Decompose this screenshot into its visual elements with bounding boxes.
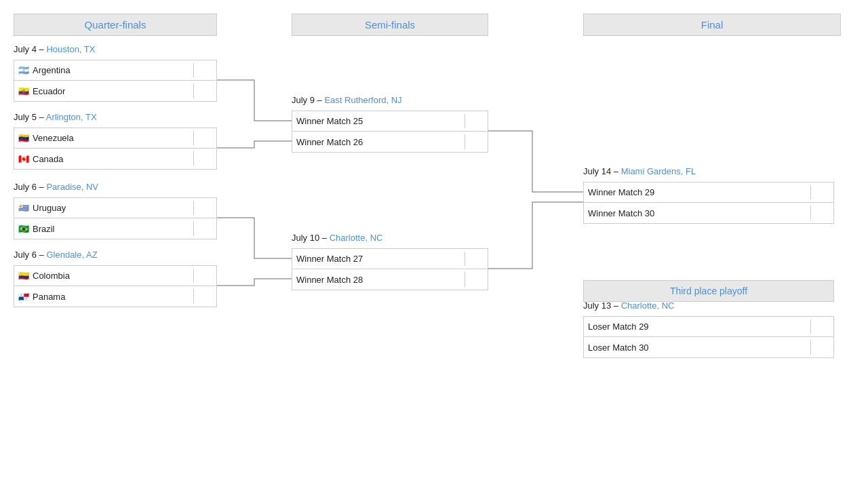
final-team-1: Winner Match 29 (584, 182, 833, 203)
final-date: July 14 – Miami Gardens, FL (583, 166, 696, 176)
canada-flag: 🇨🇦 (18, 154, 29, 164)
third-place-score-1 (810, 319, 829, 334)
colombia-score (193, 269, 212, 283)
final-box: Winner Match 29 Winner Match 30 (583, 182, 834, 224)
panama-flag: 🇵🇦 (18, 292, 29, 302)
connector-sf2-final (488, 202, 583, 269)
argentina-score (193, 63, 212, 77)
sf-match-1-score-1 (465, 114, 484, 128)
connector-qf3-sf2 (217, 218, 292, 258)
brazil-name: Brazil (33, 224, 191, 234)
venezuela-name: Venezuela (33, 133, 191, 143)
qf-match-2-date: July 5 – Arlington, TX (14, 112, 97, 122)
third-place-team-1: Loser Match 29 (584, 317, 833, 337)
brazil-flag: 🇧🇷 (18, 224, 29, 234)
sf-match-1-date: July 9 – East Rutherford, NJ (292, 95, 402, 105)
argentina-flag: 🇦🇷 (18, 65, 29, 75)
third-place-team-1-name: Loser Match 29 (588, 322, 808, 332)
qf-match-3-team-1: 🇺🇾 Uruguay (14, 198, 216, 218)
third-place-score-2 (810, 340, 829, 355)
qf-match-2-team-2: 🇨🇦 Canada (14, 149, 216, 169)
sf-match-2-date: July 10 – Charlotte, NC (292, 233, 382, 243)
sf-match-1-team-2-name: Winner Match 26 (296, 137, 462, 147)
qf-header: Quarter-finals (14, 14, 217, 36)
venezuela-flag: 🇻🇪 (18, 133, 29, 143)
final-score-1 (810, 185, 829, 199)
ecuador-name: Ecuador (33, 86, 191, 96)
qf-match-1-date: July 4 – Houston, TX (14, 44, 95, 54)
qf-match-3-date: July 6 – Paradise, NV (14, 182, 98, 192)
qf-match-2-box: 🇻🇪 Venezuela 🇨🇦 Canada (14, 128, 217, 170)
qf-match-4-team-2: 🇵🇦 Panama (14, 286, 216, 307)
sf-match-2-team-2: Winner Match 28 (292, 269, 488, 290)
qf-match-3-box: 🇺🇾 Uruguay 🇧🇷 Brazil (14, 197, 217, 239)
sf-match-2-team-1-name: Winner Match 27 (296, 254, 462, 264)
panama-score (193, 289, 212, 304)
venezuela-score (193, 131, 212, 145)
canada-name: Canada (33, 154, 191, 164)
argentina-name: Argentina (33, 65, 191, 75)
sf-match-2-team-2-name: Winner Match 28 (296, 275, 462, 285)
sf-match-2-box: Winner Match 27 Winner Match 28 (292, 248, 488, 290)
sf-match-1-team-1-name: Winner Match 25 (296, 116, 462, 126)
third-place-box: Loser Match 29 Loser Match 30 (583, 316, 834, 358)
third-place-header: Third place playoff (583, 280, 834, 302)
uruguay-name: Uruguay (33, 203, 191, 213)
qf-match-4-box: 🇨🇴 Colombia 🇵🇦 Panama (14, 265, 217, 307)
final-team-2: Winner Match 30 (584, 203, 833, 223)
uruguay-flag: 🇺🇾 (18, 203, 29, 213)
qf-match-3-team-2: 🇧🇷 Brazil (14, 218, 216, 239)
sf-match-2-score-2 (465, 272, 484, 287)
canada-score (193, 151, 212, 166)
final-team-2-name: Winner Match 30 (588, 208, 808, 218)
connector-qf1-sf1 (217, 80, 292, 121)
sf-header: Semi-finals (292, 14, 488, 36)
connector-qf2-sf1 (217, 141, 292, 148)
colombia-name: Colombia (33, 271, 191, 281)
qf-match-4-team-1: 🇨🇴 Colombia (14, 266, 216, 286)
qf-match-4-date: July 6 – Glendale, AZ (14, 250, 98, 260)
third-place-team-2: Loser Match 30 (584, 337, 833, 357)
connector-sf1-final (488, 131, 583, 192)
third-place-team-2-name: Loser Match 30 (588, 343, 808, 353)
ecuador-score (193, 83, 212, 98)
colombia-flag: 🇨🇴 (18, 271, 29, 281)
uruguay-score (193, 201, 212, 215)
brazil-score (193, 221, 212, 236)
sf-match-1-score-2 (465, 134, 484, 149)
qf-match-1-box: 🇦🇷 Argentina 🇪🇨 Ecuador (14, 60, 217, 102)
final-team-1-name: Winner Match 29 (588, 187, 808, 197)
bracket-container: Quarter-finals Semi-finals Final July 4 … (7, 7, 861, 482)
panama-name: Panama (33, 292, 191, 302)
final-header: Final (583, 14, 841, 36)
connector-qf4-sf2 (217, 279, 292, 286)
qf-match-1-team-2: 🇪🇨 Ecuador (14, 81, 216, 101)
final-score-2 (810, 206, 829, 220)
sf-match-1-team-1: Winner Match 25 (292, 111, 488, 132)
ecuador-flag: 🇪🇨 (18, 86, 29, 96)
qf-match-1-team-1: 🇦🇷 Argentina (14, 60, 216, 81)
sf-match-2-score-1 (465, 252, 484, 266)
third-place-date: July 13 – Charlotte, NC (583, 300, 674, 311)
sf-match-1-box: Winner Match 25 Winner Match 26 (292, 111, 488, 153)
sf-match-2-team-1: Winner Match 27 (292, 249, 488, 269)
sf-match-1-team-2: Winner Match 26 (292, 132, 488, 152)
qf-match-2-team-1: 🇻🇪 Venezuela (14, 128, 216, 149)
